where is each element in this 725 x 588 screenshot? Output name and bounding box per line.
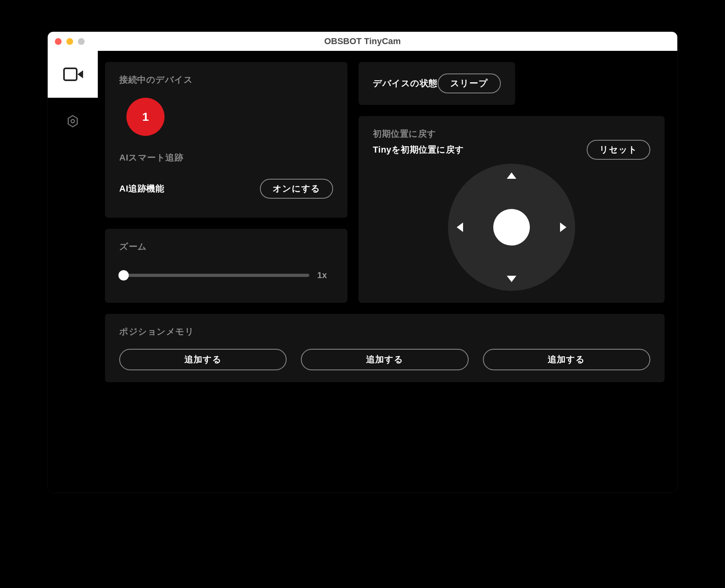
zoom-value: 1x: [317, 270, 333, 280]
svg-marker-0: [68, 116, 78, 127]
reset-button[interactable]: リセット: [587, 140, 650, 160]
dpad-up-button[interactable]: [507, 172, 516, 179]
dpad-left-button[interactable]: [457, 222, 463, 232]
reset-action-label: Tinyを初期位置に戻す: [373, 144, 464, 156]
content: 接続中のデバイス 1 AIスマート追跡 AI追跡機能 オンにする デバイスの状態…: [98, 51, 677, 493]
direction-pad: [448, 164, 575, 291]
svg-point-1: [71, 120, 75, 123]
ai-tracking-section-label: AIスマート追跡: [119, 152, 333, 164]
camera-icon: [63, 68, 82, 81]
ai-tracking-feature-label: AI追跡機能: [119, 183, 164, 195]
traffic-lights: [55, 38, 85, 45]
memory-add-button-3[interactable]: 追加する: [483, 349, 650, 370]
zoom-slider-thumb[interactable]: [118, 270, 129, 280]
app-body: 接続中のデバイス 1 AIスマート追跡 AI追跡機能 オンにする デバイスの状態…: [48, 51, 677, 493]
position-memory-label: ポジションメモリ: [119, 327, 194, 337]
minimize-window-button[interactable]: [66, 38, 73, 45]
zoom-slider[interactable]: [119, 274, 309, 277]
titlebar: OBSBOT TinyCam: [48, 32, 677, 51]
sidebar-item-camera[interactable]: [48, 51, 98, 98]
sleep-button[interactable]: スリープ: [438, 74, 501, 93]
device-state-label: デバイスの状態: [373, 77, 438, 89]
sidebar-item-settings[interactable]: [48, 98, 98, 145]
sidebar: [48, 51, 98, 493]
memory-add-button-1[interactable]: 追加する: [119, 349, 287, 370]
dpad-right-button[interactable]: [560, 222, 566, 232]
panel-connected-devices: 接続中のデバイス 1 AIスマート追跡 AI追跡機能 オンにする: [105, 62, 347, 218]
reset-section-label: 初期位置に戻す: [373, 129, 436, 139]
gear-icon: [66, 114, 79, 128]
window-title: OBSBOT TinyCam: [48, 36, 677, 46]
memory-add-button-2[interactable]: 追加する: [301, 349, 468, 370]
zoom-label: ズーム: [119, 242, 147, 251]
device-count-badge[interactable]: 1: [126, 98, 165, 136]
connected-devices-label: 接続中のデバイス: [119, 75, 193, 85]
app-window: OBSBOT TinyCam 接続中のデバイス: [48, 32, 677, 493]
ai-tracking-toggle-button[interactable]: オンにする: [260, 179, 333, 199]
maximize-window-button[interactable]: [78, 38, 85, 45]
dpad-down-button[interactable]: [507, 276, 516, 282]
panel-reset-position: 初期位置に戻す Tinyを初期位置に戻す リセット: [359, 116, 665, 303]
dpad-center-button[interactable]: [493, 209, 530, 246]
close-window-button[interactable]: [55, 38, 62, 45]
device-count: 1: [142, 110, 149, 124]
panel-zoom: ズーム 1x: [105, 229, 347, 303]
panel-device-state: デバイスの状態 スリープ: [359, 62, 515, 105]
panel-position-memory: ポジションメモリ 追加する 追加する 追加する: [105, 314, 665, 382]
